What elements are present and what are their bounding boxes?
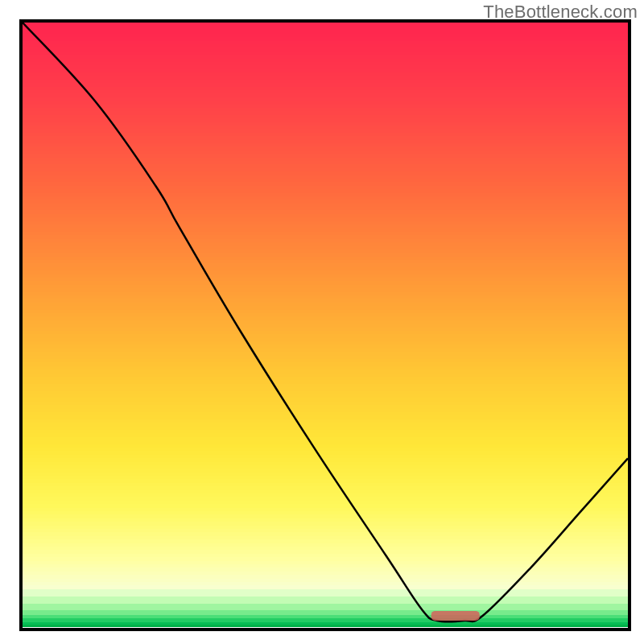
chart-frame: TheBottleneck.com [0,0,644,644]
plot-area [19,19,631,631]
